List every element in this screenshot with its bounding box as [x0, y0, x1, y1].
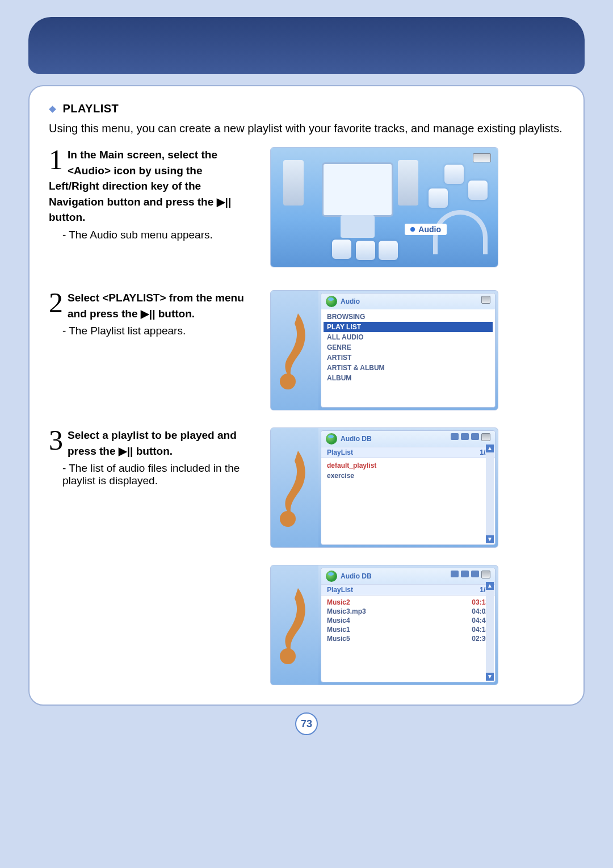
scroll-down-icon: ▼	[486, 535, 494, 543]
playlist-list: default_playlist exercise	[321, 458, 495, 483]
app-icon	[429, 188, 448, 208]
audio-menu-list: BROWSING PLAY LIST ALL AUDIO GENRE ARTIS…	[321, 309, 495, 385]
step-2-row: 2 Select <PLAYLIST> from the menu and pr…	[49, 290, 564, 410]
track-name: Music5	[327, 635, 350, 643]
track-name: Music3.mp3	[327, 607, 366, 615]
status-icons	[451, 433, 490, 441]
step-number: 3	[49, 427, 63, 453]
section-title: PLAYLIST	[62, 102, 119, 115]
step-1-bold: In the Main screen, select the <Audio> i…	[49, 149, 231, 223]
diamond-bullet-icon	[49, 106, 57, 114]
panel-title: Audio DB	[341, 435, 372, 443]
music-note-icon	[275, 445, 313, 530]
app-icon	[468, 181, 488, 200]
panel-title: Audio	[341, 297, 360, 305]
scroll-down-icon: ▼	[486, 673, 494, 681]
step-1-row: 1 In the Main screen, select the <Audio>…	[49, 147, 564, 267]
step-2-bold: Select <PLAYLIST> from the menu and pres…	[68, 292, 244, 320]
step-1-screenshot: Audio	[270, 147, 564, 267]
panel-title: Audio DB	[341, 572, 372, 580]
step-3-row: 3 Select a playlist to be played and pre…	[49, 427, 564, 548]
manual-page: PLAYLIST Using this menu, you can create…	[0, 17, 613, 752]
globe-icon	[326, 296, 337, 307]
content-frame: PLAYLIST Using this menu, you can create…	[28, 85, 585, 706]
table-row: Music1 04:15	[327, 625, 489, 634]
status-icon	[461, 571, 469, 577]
step-number: 2	[49, 290, 63, 316]
list-item: ARTIST	[327, 353, 489, 363]
list-item: GENRE	[327, 342, 489, 353]
step-3-note: - The list of audio files included in th…	[49, 462, 253, 487]
table-row: Music4 04:44	[327, 616, 489, 625]
status-icon	[451, 571, 459, 577]
step-body: In the Main screen, select the <Audio> i…	[49, 147, 253, 225]
section-intro: Using this menu, you can create a new pl…	[49, 120, 564, 137]
scrollbar: ▲ ▼	[486, 582, 494, 681]
battery-icon	[481, 296, 490, 304]
track-name: Music2	[327, 598, 350, 606]
globe-icon	[326, 571, 337, 582]
audio-label: Audio	[405, 224, 447, 235]
status-icon	[451, 433, 459, 440]
track-name: Music4	[327, 617, 350, 624]
status-icons	[481, 296, 490, 304]
app-icon	[379, 241, 398, 260]
step-3-screenshot: Audio DB PlayList 1/2	[270, 427, 564, 548]
battery-icon	[481, 571, 490, 578]
audio-menu-panel: Audio BROWSING PLAY LIST ALL AUDIO GENRE	[321, 293, 496, 408]
list-item: ALL AUDIO	[327, 332, 489, 342]
battery-icon	[481, 433, 490, 441]
step-1-text: 1 In the Main screen, select the <Audio>…	[49, 147, 253, 267]
step-3b-row: Audio DB PlayList 1/5	[49, 565, 564, 685]
section-heading: PLAYLIST	[49, 102, 564, 115]
list-item: PLAY LIST	[324, 322, 493, 332]
app-icon	[356, 241, 375, 260]
page-number: 73	[295, 712, 318, 735]
music-note-icon	[275, 308, 313, 393]
screenshot-sidebar	[271, 291, 318, 410]
main-screen-mock: Audio	[271, 148, 498, 267]
list-item: ARTIST & ALBUM	[327, 363, 489, 373]
spacer	[49, 565, 253, 685]
step-body: Select a playlist to be played and press…	[49, 427, 253, 459]
status-icon	[461, 433, 469, 440]
status-icon	[471, 433, 479, 440]
list-item: default_playlist	[327, 460, 489, 471]
step-number: 1	[49, 147, 63, 173]
step-2-note: - The Playlist list appears.	[49, 325, 253, 337]
svg-point-1	[280, 511, 296, 527]
status-icon	[471, 571, 479, 577]
list-item: ALBUM	[327, 373, 489, 383]
music-note-icon	[275, 582, 313, 668]
track-list: Music2 03:13 Music3.mp3 04:02 Music4 04:…	[321, 596, 495, 645]
battery-icon	[473, 153, 491, 162]
track-list-screenshot: Audio DB PlayList 1/5	[270, 565, 564, 685]
app-icon	[332, 240, 351, 259]
step-1-note: - The Audio sub menu appears.	[49, 229, 253, 241]
screenshot-sidebar	[271, 565, 318, 685]
track-list-panel: Audio DB PlayList 1/5	[321, 568, 496, 682]
scroll-up-icon: ▲	[486, 582, 494, 590]
step-body: Select <PLAYLIST> from the menu and pres…	[49, 290, 253, 321]
sub-title: PlayList	[327, 586, 353, 594]
track-name: Music1	[327, 626, 350, 634]
tv-icon	[322, 162, 393, 217]
scroll-up-icon: ▲	[486, 445, 494, 452]
table-row: Music5 02:30	[327, 634, 489, 643]
step-2-screenshot: Audio BROWSING PLAY LIST ALL AUDIO GENRE	[270, 290, 564, 410]
status-icons	[451, 571, 490, 578]
table-row: Music2 03:13	[327, 598, 489, 607]
svg-point-0	[280, 374, 296, 389]
globe-icon	[326, 433, 337, 445]
step-3-bold: Select a playlist to be played and press…	[68, 429, 237, 457]
list-item: exercise	[327, 471, 489, 481]
header-band	[28, 17, 585, 74]
table-row: Music3.mp3 04:02	[327, 607, 489, 616]
speaker-left-icon	[283, 160, 304, 206]
app-icon	[444, 165, 464, 184]
list-item: BROWSING	[327, 312, 489, 322]
svg-point-2	[280, 648, 296, 664]
playlist-list-panel: Audio DB PlayList 1/2	[321, 430, 496, 545]
step-2-text: 2 Select <PLAYLIST> from the menu and pr…	[49, 290, 253, 410]
speaker-right-icon	[398, 160, 418, 206]
